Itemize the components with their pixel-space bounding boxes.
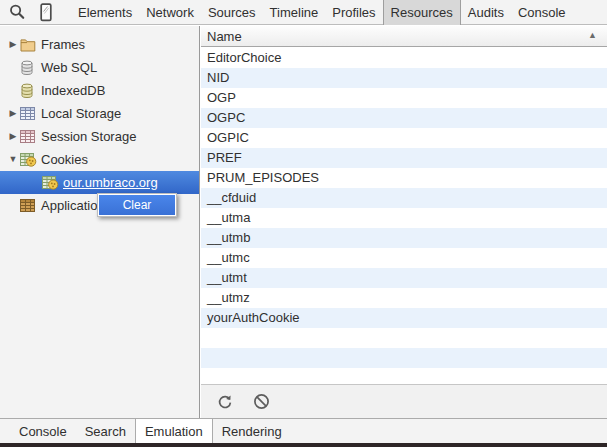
sidebar-item-label: Frames bbox=[41, 37, 85, 52]
table-row[interactable]: __utmb bbox=[201, 228, 607, 248]
sidebar-item-label: Cookies bbox=[41, 152, 88, 167]
disclosure-collapsed-icon[interactable]: ▶ bbox=[6, 33, 20, 56]
grid-blue-icon bbox=[20, 106, 37, 122]
drawer-tab-search[interactable]: Search bbox=[76, 419, 135, 443]
menu-item-clear[interactable]: Clear bbox=[99, 195, 175, 215]
sidebar-item-web-sql[interactable]: Web SQL bbox=[0, 56, 199, 79]
drawer-tab-emulation[interactable]: Emulation bbox=[135, 418, 213, 443]
table-row-empty bbox=[201, 328, 607, 348]
table-row[interactable]: OGPIC bbox=[201, 128, 607, 148]
sidebar-item-cookies[interactable]: ▼Cookies bbox=[0, 148, 199, 171]
tab-timeline[interactable]: Timeline bbox=[263, 0, 326, 25]
background-page-strip bbox=[0, 443, 607, 447]
drawer-tab-console[interactable]: Console bbox=[10, 419, 76, 443]
cookie-grid-icon bbox=[20, 152, 37, 168]
table-row-empty bbox=[201, 348, 607, 368]
tab-resources[interactable]: Resources bbox=[383, 0, 461, 25]
table-row[interactable]: PRUM_EPISODES bbox=[201, 168, 607, 188]
sidebar-item-indexeddb[interactable]: IndexedDB bbox=[0, 79, 199, 102]
table-row[interactable]: PREF bbox=[201, 148, 607, 168]
cookie-grid-icon bbox=[42, 175, 59, 191]
cookies-table: Name ▲ EditorChoiceNIDOGPOGPCOGPICPREFPR… bbox=[201, 26, 607, 418]
tab-console[interactable]: Console bbox=[511, 0, 573, 25]
grid-pink-icon bbox=[20, 129, 37, 145]
column-header-label: Name bbox=[207, 29, 242, 44]
table-header-name[interactable]: Name ▲ bbox=[201, 26, 607, 47]
table-row-empty bbox=[201, 368, 607, 384]
table-row[interactable]: EditorChoice bbox=[201, 48, 607, 68]
sidebar-item-frames[interactable]: ▶Frames bbox=[0, 33, 199, 56]
devtools-window: ElementsNetworkSourcesTimelineProfilesRe… bbox=[0, 0, 607, 447]
table-row[interactable]: OGP bbox=[201, 88, 607, 108]
block-icon[interactable] bbox=[249, 390, 273, 414]
table-toolbar bbox=[201, 384, 607, 418]
tab-elements[interactable]: Elements bbox=[71, 0, 139, 25]
table-row[interactable]: NID bbox=[201, 68, 607, 88]
sidebar-item-session-storage[interactable]: ▶Session Storage bbox=[0, 125, 199, 148]
table-row[interactable]: __utma bbox=[201, 208, 607, 228]
sidebar-item-local-storage[interactable]: ▶Local Storage bbox=[0, 102, 199, 125]
disclosure-expanded-icon[interactable]: ▼ bbox=[6, 148, 20, 171]
disclosure-collapsed-icon[interactable]: ▶ bbox=[6, 125, 20, 148]
sidebar-item-label: our.umbraco.org bbox=[63, 175, 158, 190]
table-row[interactable]: __utmz bbox=[201, 288, 607, 308]
refresh-icon[interactable] bbox=[213, 390, 237, 414]
resources-sidebar: ▶FramesWeb SQLIndexedDB▶Local Storage▶Se… bbox=[0, 26, 200, 418]
folder-icon bbox=[20, 37, 37, 53]
table-row[interactable]: __utmt bbox=[201, 268, 607, 288]
tab-network[interactable]: Network bbox=[139, 0, 201, 25]
table-row[interactable]: __utmc bbox=[201, 248, 607, 268]
panel-tabs: ElementsNetworkSourcesTimelineProfilesRe… bbox=[71, 0, 573, 25]
context-menu: Clear bbox=[97, 193, 177, 217]
sidebar-item-our-umbraco-org[interactable]: our.umbraco.org bbox=[0, 171, 199, 194]
database-gray-icon bbox=[20, 60, 37, 76]
grid-brown-icon bbox=[20, 198, 37, 214]
disclosure-collapsed-icon[interactable]: ▶ bbox=[6, 102, 20, 125]
table-row[interactable]: OGPC bbox=[201, 108, 607, 128]
tab-sources[interactable]: Sources bbox=[201, 0, 263, 25]
sidebar-item-label: IndexedDB bbox=[41, 83, 105, 98]
sidebar-item-label: Local Storage bbox=[41, 106, 121, 121]
sidebar-item-label: Web SQL bbox=[41, 60, 97, 75]
drawer-tabs: ConsoleSearchEmulationRendering bbox=[0, 418, 607, 443]
table-row[interactable]: yourAuthCookie bbox=[201, 308, 607, 328]
tab-audits[interactable]: Audits bbox=[461, 0, 511, 25]
table-row[interactable]: __cfduid bbox=[201, 188, 607, 208]
table-body: EditorChoiceNIDOGPOGPCOGPICPREFPRUM_EPIS… bbox=[201, 48, 607, 384]
main-toolbar: ElementsNetworkSourcesTimelineProfilesRe… bbox=[0, 0, 607, 25]
database-yellow-icon bbox=[20, 83, 37, 99]
inspect-search-icon[interactable] bbox=[6, 1, 28, 23]
device-mode-icon[interactable] bbox=[35, 1, 57, 23]
sidebar-item-label: Session Storage bbox=[41, 129, 136, 144]
tab-profiles[interactable]: Profiles bbox=[325, 0, 382, 25]
sort-ascending-icon: ▲ bbox=[588, 30, 597, 40]
drawer-tab-rendering[interactable]: Rendering bbox=[213, 419, 291, 443]
